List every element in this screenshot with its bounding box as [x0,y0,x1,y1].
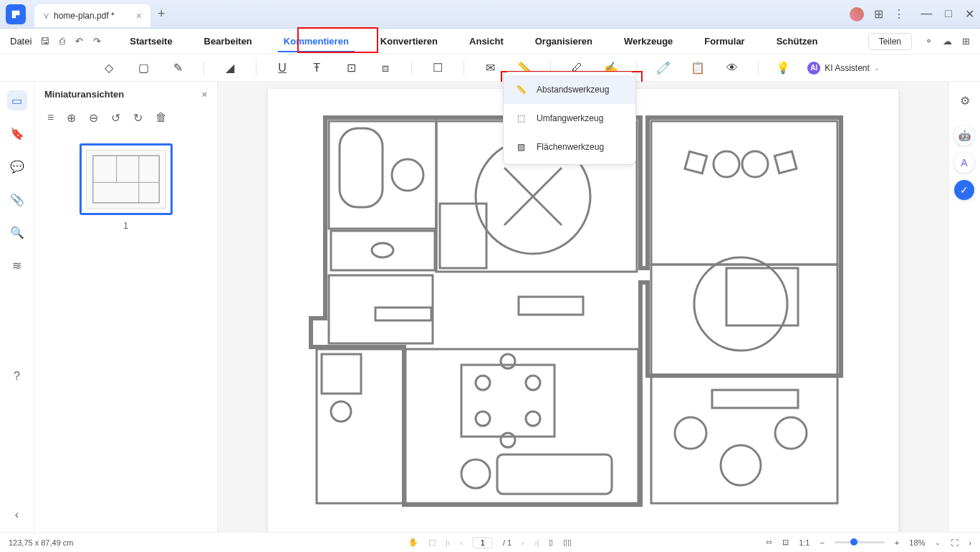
menu-organisieren[interactable]: Organisieren [529,33,598,49]
fit-page-icon[interactable]: ⊡ [782,538,789,547]
next-page-icon[interactable]: › [522,538,524,547]
dropdown-abstand[interactable]: 📏 Abstandswerkzeug [504,75,635,104]
underline-icon[interactable]: U [274,60,291,77]
page-thumbnail-1[interactable] [80,143,173,215]
dropdown-flaeche[interactable]: ▨ Flächenwerkzeug [504,133,635,161]
stamp-icon[interactable]: ✉ [481,60,499,77]
close-window-button[interactable]: ✕ [965,7,974,21]
comments-tab-icon[interactable]: 💬 [7,156,27,176]
zoom-slider[interactable] [835,541,885,543]
svg-rect-13 [329,275,433,343]
menu-bearbeiten[interactable]: Bearbeiten [198,33,258,49]
cloud-icon[interactable]: ☁ [943,36,952,47]
menu-kommentieren[interactable]: Kommentieren [278,33,355,49]
first-page-icon[interactable]: |‹ [446,538,451,547]
menu-file[interactable]: Datei [10,36,32,47]
close-panel-icon[interactable]: × [201,89,207,100]
hand-tool-icon[interactable]: ✋ [408,538,418,547]
app-grid-icon[interactable]: ⊞ [962,36,970,47]
clipboard-icon[interactable]: 📋 [689,60,706,77]
svg-point-17 [331,401,351,422]
search-tab-icon[interactable]: 🔍 [7,222,27,242]
menu-werkzeuge[interactable]: Werkzeuge [618,33,678,49]
shape-icon[interactable]: ☐ [429,60,446,77]
thumb-zoom-in-icon[interactable]: ⊕ [67,111,76,125]
svg-point-6 [392,159,423,191]
textbox-icon[interactable]: ⊡ [342,60,360,77]
left-sidebar-rail: ▭ 🔖 💬 📎 🔍 ≋ ? ‹ [0,82,34,532]
undo-icon[interactable]: ↶ [75,36,83,47]
lightbulb-icon[interactable]: 💡 [776,61,790,75]
pencil-icon[interactable]: ✎ [169,60,186,77]
redo-icon[interactable]: ↷ [93,36,101,47]
strikeout-icon[interactable]: Ŧ [308,60,325,77]
thumbnails-tab-icon[interactable]: ▭ [7,90,27,110]
eraser-icon[interactable]: ◢ [221,60,239,77]
menu-startseite[interactable]: Startseite [124,33,178,49]
ai-bubble-icon[interactable]: 🤖 [954,125,974,146]
more-icon[interactable]: ⋮ [893,7,905,21]
single-page-icon[interactable]: ▯ [549,538,553,547]
perimeter-icon: ⬚ [514,111,528,125]
callout-icon[interactable]: ⧈ [377,60,394,77]
document-tab[interactable]: ⋎ home-plan.pdf * × [34,4,150,27]
svg-point-25 [501,433,515,447]
thumb-list-icon[interactable]: ≡ [47,111,54,125]
note-icon[interactable]: ▢ [135,60,152,77]
actual-size-icon[interactable]: 1:1 [799,538,810,547]
user-avatar[interactable] [850,7,864,22]
menu-ansicht[interactable]: Ansicht [463,33,509,49]
app-logo[interactable] [6,4,26,24]
properties-icon[interactable]: ⚙ [955,90,975,110]
svg-rect-38 [712,390,798,408]
fit-width-icon[interactable]: ⬄ [766,538,772,547]
add-tab-button[interactable]: + [158,6,165,22]
svg-rect-32 [685,151,707,173]
ai-assistant-button[interactable]: AI KI Assistent ⌄ [807,62,880,75]
thumb-rotate-left-icon[interactable]: ↺ [111,111,120,125]
prev-page-icon[interactable]: ‹ [460,538,463,547]
help-icon[interactable]: ? [7,366,27,386]
fullscreen-icon[interactable]: ⛶ [951,538,959,547]
svg-rect-19 [461,365,554,437]
svg-rect-14 [375,308,431,320]
select-tool-icon[interactable]: ⬚ [428,538,436,547]
share-link-icon[interactable]: ⚬ [925,36,933,47]
save-icon[interactable]: 🖫 [40,36,49,47]
show-comments-icon[interactable]: 👁 [724,60,741,77]
maximize-button[interactable]: □ [945,7,952,21]
svg-point-39 [675,417,706,449]
collapse-sidebar-icon[interactable]: ‹ [7,505,27,525]
last-page-icon[interactable]: ›| [534,538,539,547]
svg-rect-28 [519,297,583,315]
svg-point-31 [742,151,768,177]
menu-konvertieren[interactable]: Konvertieren [375,33,443,49]
minimize-button[interactable]: — [921,7,932,21]
menu-schuetzen[interactable]: Schützen [771,33,824,49]
print-icon[interactable]: ⎙ [59,36,65,47]
floorplan-drawing [282,103,884,519]
menu-formular[interactable]: Formular [698,33,750,49]
svg-point-27 [461,460,490,488]
thumb-rotate-right-icon[interactable]: ↻ [133,111,143,125]
translate-bubble-icon[interactable]: A [954,153,974,173]
two-page-icon[interactable]: ▯▯ [563,538,572,547]
bookmarks-tab-icon[interactable]: 🔖 [7,123,27,143]
expand-right-icon[interactable]: › [969,538,971,547]
zoom-out-icon[interactable]: − [820,538,824,547]
layers-tab-icon[interactable]: ≋ [7,255,27,275]
page-number-input[interactable] [473,537,493,548]
dropdown-umfang[interactable]: ⬚ Umfangwerkzeug [504,104,635,133]
tab-close-icon[interactable]: × [136,10,142,22]
attachments-tab-icon[interactable]: 📎 [7,189,27,209]
svg-rect-0 [92,156,158,203]
highlight-icon[interactable]: ◇ [100,60,117,77]
feedback-icon[interactable]: ⊞ [874,7,883,21]
check-bubble-icon[interactable]: ✓ [954,180,974,200]
thumb-zoom-out-icon[interactable]: ⊖ [89,111,98,125]
attach-icon[interactable]: 🧷 [655,60,672,77]
zoom-level[interactable]: 18% [909,538,925,547]
thumb-delete-icon[interactable]: 🗑 [155,111,167,125]
share-button[interactable]: Teilen [868,33,912,50]
zoom-in-icon[interactable]: + [895,538,899,547]
